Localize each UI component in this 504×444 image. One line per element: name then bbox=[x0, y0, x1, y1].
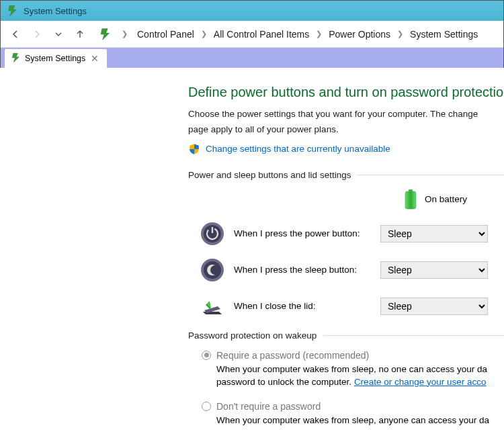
page-heading: Define power buttons and turn on passwor… bbox=[188, 85, 504, 100]
svg-rect-0 bbox=[409, 189, 413, 191]
chevron-right-icon[interactable]: ❯ bbox=[119, 30, 130, 38]
close-lid-row: When I close the lid: Sleep bbox=[188, 294, 504, 318]
on-battery-label: On battery bbox=[425, 194, 467, 204]
power-plan-breadcrumb-icon bbox=[97, 27, 112, 42]
uac-shield-icon bbox=[188, 143, 200, 155]
tab-close-button[interactable]: ✕ bbox=[89, 53, 100, 64]
svg-rect-1 bbox=[405, 191, 416, 209]
svg-point-7 bbox=[204, 261, 221, 279]
nav-forward-button[interactable] bbox=[29, 26, 45, 42]
require-password-desc: When your computer wakes from sleep, no … bbox=[216, 363, 504, 389]
content-area: Define power buttons and turn on passwor… bbox=[0, 68, 504, 444]
change-settings-link-row: Change settings that are currently unava… bbox=[188, 143, 504, 155]
power-plan-tab-icon bbox=[10, 52, 21, 65]
window-titlebar: System Settings bbox=[1, 1, 503, 21]
tab-strip: System Settings ✕ bbox=[1, 48, 503, 68]
sleep-button-label: When I press the sleep button: bbox=[234, 265, 380, 275]
change-settings-link[interactable]: Change settings that are currently unava… bbox=[206, 144, 390, 154]
group-power-sleep-label: Power and sleep buttons and lid settings bbox=[188, 170, 504, 180]
breadcrumb: Control Panel ❯ All Control Panel Items … bbox=[136, 28, 479, 41]
chevron-right-icon[interactable]: ❯ bbox=[313, 30, 325, 38]
nav-history-dropdown[interactable] bbox=[50, 26, 67, 42]
chevron-right-icon[interactable]: ❯ bbox=[198, 30, 210, 38]
power-button-row: When I press the power button: Sleep bbox=[188, 222, 504, 246]
tab-system-settings[interactable]: System Settings ✕ bbox=[5, 49, 107, 68]
battery-icon bbox=[403, 189, 418, 210]
power-button-select[interactable]: Sleep bbox=[380, 225, 488, 242]
page-subtext: page apply to all of your power plans. bbox=[188, 124, 504, 136]
breadcrumb-item[interactable]: System Settings bbox=[409, 28, 479, 41]
sleep-button-row: When I press the sleep button: Sleep bbox=[188, 258, 504, 282]
require-password-label: Require a password (recommended) bbox=[216, 350, 369, 361]
close-lid-label: When I close the lid: bbox=[234, 301, 380, 311]
nav-bar: ❯ Control Panel ❯ All Control Panel Item… bbox=[1, 21, 503, 48]
power-plan-app-icon bbox=[6, 5, 18, 17]
close-lid-select[interactable]: Sleep bbox=[380, 298, 488, 315]
window-title: System Settings bbox=[24, 6, 87, 16]
power-button-icon bbox=[200, 222, 224, 246]
group-password-label: Password protection on wakeup bbox=[188, 330, 504, 341]
nav-up-button[interactable] bbox=[72, 26, 88, 42]
create-change-account-link[interactable]: Create or change your user acco bbox=[354, 377, 487, 387]
tab-label: System Settings bbox=[25, 54, 85, 63]
page-subtext: Choose the power settings that you want … bbox=[188, 108, 504, 121]
dont-require-password-label: Don't require a password bbox=[216, 401, 321, 412]
power-button-label: When I press the power button: bbox=[234, 228, 380, 238]
chevron-right-icon[interactable]: ❯ bbox=[394, 30, 406, 38]
on-battery-header: On battery bbox=[403, 189, 504, 210]
sleep-button-select[interactable]: Sleep bbox=[380, 261, 488, 279]
dont-require-password-radio-row: Don't require a password bbox=[202, 401, 504, 412]
breadcrumb-item[interactable]: All Control Panel Items bbox=[212, 28, 310, 41]
breadcrumb-item[interactable]: Power Options bbox=[327, 28, 392, 41]
nav-back-button[interactable] bbox=[7, 26, 24, 42]
dont-require-password-desc: When your computer wakes from sleep, any… bbox=[216, 414, 504, 427]
require-password-radio[interactable] bbox=[202, 351, 211, 360]
laptop-lid-icon bbox=[200, 294, 224, 318]
breadcrumb-item[interactable]: Control Panel bbox=[136, 28, 196, 41]
sleep-button-icon bbox=[200, 258, 224, 282]
dont-require-password-radio[interactable] bbox=[202, 402, 211, 411]
require-password-radio-row: Require a password (recommended) bbox=[202, 350, 504, 361]
